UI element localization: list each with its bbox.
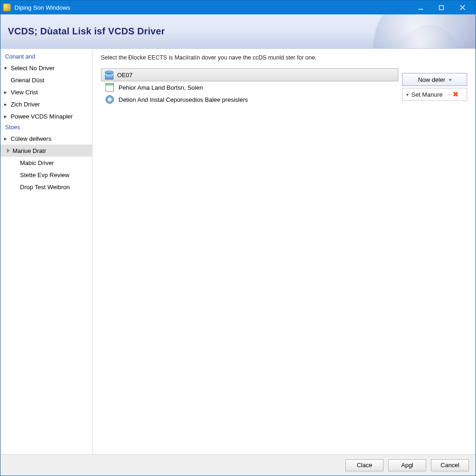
set-manure-option[interactable]: ▾ Set Manure → ✖ — [402, 88, 467, 101]
sidebar-item-stette-evp[interactable]: ▸ Stette Evp Review — [0, 169, 92, 181]
gear-icon — [106, 95, 114, 104]
instruction-text: Select the Đlocke EECTS is Maciíratín do… — [101, 54, 467, 61]
sidebar-item-label: View Crist — [11, 89, 38, 96]
driver-row[interactable]: Pehior Ama Land Bortsn, Soien — [101, 81, 398, 93]
sidebar-item-select-no-driver[interactable]: ▾ Select No Driver — [0, 62, 92, 74]
driver-row[interactable]: Detion And Instal Ceporusedios Balee pre… — [101, 93, 398, 106]
chevron-right-icon: ▸ — [4, 101, 10, 107]
titlebar: Diping Son Windows — [0, 0, 476, 14]
driver-row-label: Detion And Instal Ceporusedios Balee pre… — [119, 96, 248, 103]
svg-rect-1 — [439, 6, 443, 10]
close-icon — [460, 5, 465, 10]
chevron-down-icon: ▾ — [449, 77, 451, 82]
sidebar-item-powee-vcds[interactable]: ▸ Powee VCDS Mínapler — [0, 110, 92, 122]
sidebar-item-label: Grienal Dùst — [11, 77, 44, 84]
now-deler-dropdown[interactable]: Now deler ▾ — [402, 73, 467, 86]
driver-row-label: OE07 — [117, 72, 132, 79]
sidebar-item-label: Drop Test Weibron — [20, 184, 70, 191]
sidebar: Conant and ▾ Select No Driver ▸ Grienal … — [0, 49, 93, 454]
maximize-button[interactable] — [431, 0, 452, 14]
arrow-right-icon: → — [445, 91, 452, 98]
sidebar-item-label: Zich Driver — [11, 101, 40, 108]
dropdown-label: Now deler — [418, 76, 445, 83]
database-icon — [105, 71, 113, 79]
sidebar-item-label: Mariue Dratr — [13, 147, 46, 154]
apply-button[interactable]: Apgl — [388, 459, 426, 471]
page-title: VCDS; Dùatal Lisk isf VCDS Driver — [8, 26, 165, 37]
sidebar-section-2: Stoes — [0, 122, 92, 132]
sidebar-item-mariue-dratr[interactable]: Mariue Dratr — [0, 145, 92, 157]
chevron-down-icon: ▾ — [406, 92, 409, 97]
driver-row-selected[interactable]: OE07 — [101, 68, 398, 81]
sidebar-item-culew-dellwers[interactable]: ▸ Cülew dellwers — [0, 132, 92, 145]
header-banner: VCDS; Dùatal Lisk isf VCDS Driver — [0, 14, 476, 49]
footer: Clace Apgl Cancel — [0, 454, 476, 476]
body: Conant and ▾ Select No Driver ▸ Grienal … — [0, 49, 476, 454]
sidebar-item-label: Stette Evp Review — [20, 172, 69, 178]
chevron-down-icon: ▾ — [4, 65, 10, 71]
minimize-icon — [418, 5, 423, 10]
minimize-button[interactable] — [410, 0, 431, 14]
sidebar-item-label: Mabic Driver — [20, 159, 54, 166]
action-column: Now deler ▾ ▾ Set Manure → ✖ — [402, 73, 467, 101]
dropdown-sub-label: Set Manure — [411, 91, 443, 98]
clace-button[interactable]: Clace — [345, 459, 383, 471]
window: Diping Son Windows VCDS; Dùatal Lisk isf… — [0, 0, 476, 476]
chevron-right-icon: ▸ — [4, 89, 10, 95]
chevron-right-icon: ▸ — [4, 113, 10, 119]
driver-list: OE07 Pehior Ama Land Bortsn, Soien Detio… — [101, 68, 467, 106]
sidebar-item-drop-test[interactable]: ▸ Drop Test Weibron — [0, 181, 92, 193]
sidebar-item-grienal-dust[interactable]: ▸ Grienal Dùst — [0, 74, 92, 86]
calendar-icon — [106, 83, 114, 92]
chevron-right-icon: ▸ — [4, 136, 10, 142]
sidebar-item-view-crist[interactable]: ▸ View Crist — [0, 86, 92, 98]
sidebar-item-label: Select No Driver — [11, 65, 55, 72]
main-pane: Select the Đlocke EECTS is Maciíratín do… — [93, 49, 476, 454]
maximize-icon — [439, 5, 444, 10]
sidebar-item-label: Powee VCDS Mínapler — [11, 113, 73, 120]
app-icon — [3, 4, 11, 11]
x-icon: ✖ — [453, 90, 459, 99]
sidebar-section-1: Conant and — [0, 52, 92, 62]
driver-row-label: Pehior Ama Land Bortsn, Soien — [119, 84, 203, 91]
sidebar-item-label: Cülew dellwers — [11, 135, 51, 142]
sidebar-item-zich-driver[interactable]: ▸ Zich Driver — [0, 98, 92, 110]
sidebar-item-mabic-driver[interactable]: ▸ Mabic Driver — [0, 157, 92, 169]
close-button[interactable] — [452, 0, 473, 14]
window-title: Diping Son Windows — [14, 4, 70, 11]
cancel-button[interactable]: Cancel — [431, 459, 469, 471]
